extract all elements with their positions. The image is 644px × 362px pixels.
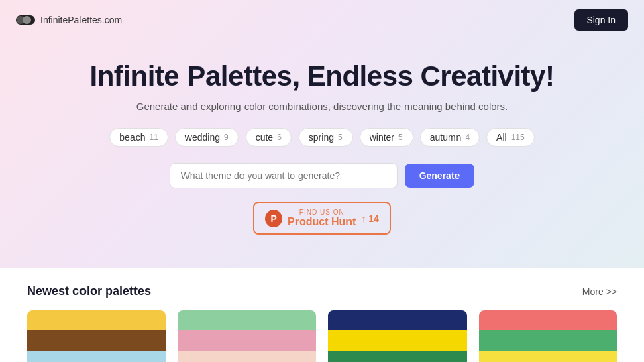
palette-card[interactable]: van gogh's starry night:...This color co… <box>328 310 467 362</box>
palette-colors <box>27 310 166 362</box>
tag-item[interactable]: beach11 <box>109 128 168 147</box>
palette-card[interactable]: summer with watermelon:...This color com… <box>479 310 618 362</box>
tag-count: 11 <box>149 133 158 142</box>
tag-count: 5 <box>398 133 403 142</box>
hero-section: Infinite Palettes, Endless Creativity! G… <box>0 40 644 268</box>
product-hunt-name-label: Product Hunt <box>288 216 356 228</box>
color-strip <box>27 310 166 330</box>
palette-colors <box>178 310 317 362</box>
tag-item[interactable]: spring5 <box>299 128 353 147</box>
tag-label: autumn <box>430 132 462 143</box>
product-hunt-text: FIND US ON Product Hunt <box>288 208 356 228</box>
product-hunt-icon: P <box>265 210 282 227</box>
product-hunt-badge[interactable]: P FIND US ON Product Hunt ↑ 14 <box>253 202 391 235</box>
palette-colors <box>328 310 467 362</box>
generate-button[interactable]: Generate <box>405 164 475 188</box>
tag-label: All <box>496 132 507 143</box>
tag-label: beach <box>119 132 145 143</box>
color-strip <box>27 330 166 351</box>
palette-colors <box>479 310 618 362</box>
palettes-section: Newest color palettes More >> les tourne… <box>0 268 644 362</box>
tag-count: 6 <box>277 133 282 142</box>
search-area: Generate <box>13 163 631 188</box>
color-strip <box>178 330 317 351</box>
color-strip <box>328 351 467 362</box>
tag-count: 115 <box>511 133 525 142</box>
logo-area: InfinitePalettes.com <box>16 15 122 25</box>
tag-label: cute <box>256 132 273 143</box>
logo-icon <box>16 15 35 25</box>
tag-item[interactable]: cute6 <box>246 128 292 147</box>
logo-text: InfinitePalettes.com <box>40 15 122 25</box>
search-input[interactable] <box>170 163 398 188</box>
hero-subtitle: Generate and exploring color combination… <box>13 101 631 112</box>
tag-item[interactable]: wedding9 <box>175 128 239 147</box>
color-strip <box>178 351 317 362</box>
product-hunt-area: P FIND US ON Product Hunt ↑ 14 <box>13 202 631 235</box>
tag-count: 5 <box>338 133 343 142</box>
palette-card[interactable]: le bassin aux nympheas: Water...This col… <box>178 310 317 362</box>
header: InfinitePalettes.com Sign In <box>0 0 644 40</box>
more-link[interactable]: More >> <box>582 286 617 297</box>
tag-label: winter <box>370 132 394 143</box>
color-strip <box>178 310 317 330</box>
tag-label: spring <box>309 132 334 143</box>
color-strip <box>479 310 618 330</box>
color-strip <box>479 330 618 351</box>
tag-item[interactable]: autumn4 <box>420 128 480 147</box>
palettes-header: Newest color palettes More >> <box>27 284 617 298</box>
tag-list: beach11wedding9cute6spring5winter5autumn… <box>13 128 631 147</box>
color-strip <box>27 351 166 362</box>
palette-card[interactable]: les tournesols: Sunflower Yello...This c… <box>27 310 166 362</box>
palettes-title: Newest color palettes <box>27 284 151 298</box>
color-strip <box>479 351 618 362</box>
hero-title: Infinite Palettes, Endless Creativity! <box>13 60 631 93</box>
tag-count: 4 <box>465 133 470 142</box>
sign-in-button[interactable]: Sign In <box>574 9 628 31</box>
tag-item[interactable]: All115 <box>486 128 535 147</box>
tag-label: wedding <box>185 132 220 143</box>
color-strip <box>328 330 467 351</box>
product-hunt-votes: ↑ 14 <box>361 213 378 224</box>
product-hunt-find-label: FIND US ON <box>288 208 356 216</box>
tag-item[interactable]: winter5 <box>360 128 413 147</box>
tag-count: 9 <box>224 133 229 142</box>
color-strip <box>328 310 467 330</box>
palette-grid: les tournesols: Sunflower Yello...This c… <box>27 310 617 362</box>
